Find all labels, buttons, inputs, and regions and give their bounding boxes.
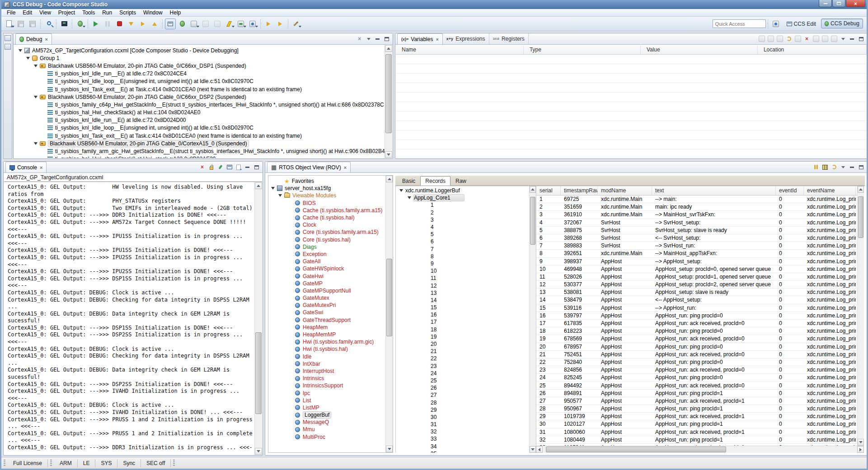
rov-instance-row[interactable]: 8 [396, 253, 529, 260]
rov-tree-row[interactable]: GateAll [268, 258, 393, 265]
minimize-icon[interactable] [848, 35, 856, 43]
rov-instance-row[interactable]: 20 [396, 340, 529, 348]
records-row[interactable]: 3361910xdc.runtime.Main--> MainHost_svrT… [536, 211, 857, 219]
scroll-up-icon[interactable] [858, 186, 864, 193]
scroll-lock-icon[interactable] [207, 163, 216, 171]
rov-instance-row[interactable]: 26 [396, 384, 529, 391]
rov-instance-row[interactable]: AppLog_Core1 [396, 194, 529, 201]
rov-tree-row[interactable]: Hwi (ti.sysbios.hal) [268, 345, 393, 353]
scroll-down-icon[interactable] [255, 448, 262, 455]
instruction-stepping-icon[interactable] [165, 19, 176, 29]
rov-tree-row[interactable]: Viewable Modules [268, 192, 393, 199]
perspective-button-ccs-debug[interactable]: CCS Debug [821, 19, 863, 28]
pin-console-icon[interactable] [216, 163, 225, 171]
scroll-down-icon[interactable] [385, 151, 392, 158]
rov-tree-row[interactable]: GateMPSupportNull [268, 287, 393, 294]
close-icon[interactable]: × [45, 37, 47, 42]
expander-icon[interactable] [34, 142, 38, 145]
rov-instance-row[interactable]: 33 [396, 435, 529, 442]
records-row[interactable]: 28950967AppHostAppHost_run: ping procId=… [536, 405, 857, 413]
remove-icon[interactable]: × [802, 35, 811, 43]
minimize-icon[interactable] [373, 35, 382, 43]
tab-basic[interactable]: Basic [397, 176, 420, 186]
records-row[interactable]: 27950577AppHostAppHost_run: ack received… [536, 397, 857, 405]
project-explorer-icon[interactable] [5, 44, 11, 50]
debug-tree-row[interactable]: ti_sysbios_knl_Task_exit__E() at Task.c:… [17, 85, 385, 93]
tab-debug[interactable]: Debug × [15, 33, 52, 44]
records-row[interactable]: 17617835AppHostAppHost_run: ack received… [536, 320, 857, 327]
scroll-down-icon[interactable] [858, 439, 864, 446]
export-icon[interactable] [830, 35, 838, 43]
rov-tree-row[interactable]: Cache (ti.sysbios.hal) [268, 214, 393, 221]
highlight-icon[interactable] [291, 19, 301, 29]
expander-icon[interactable] [34, 96, 38, 98]
rov-tree-row[interactable]: Mmu [268, 426, 393, 433]
debug-tree-row[interactable]: ti_sysbios_knl_Task_exit__E() at Task.c:… [17, 132, 385, 140]
rov-tree-row[interactable]: IntrinsicsSupport [268, 382, 393, 389]
close-icon[interactable]: × [436, 37, 438, 42]
records-column-timestampraw[interactable]: timestampRaw [561, 186, 598, 195]
close-icon[interactable]: × [344, 165, 347, 170]
rov-instance-row[interactable]: 5 [396, 231, 529, 238]
scroll-up-icon[interactable] [385, 45, 392, 52]
records-row[interactable]: 13538081AppHostAppHost_setup: slave is r… [536, 289, 857, 296]
open-console-icon[interactable] [59, 19, 70, 29]
profile-clock-icon[interactable] [212, 19, 223, 29]
records-row[interactable]: 14538479AppHost<-- AppHost_setup:0xdc.ru… [536, 296, 857, 304]
expander-icon[interactable] [278, 194, 282, 197]
records-row[interactable]: 12530377AppHostAppHost_setup: procId=2, … [536, 281, 857, 289]
records-row[interactable]: 24825245AppHostAppHost_run: ping procId=… [536, 374, 857, 382]
rov-instance-row[interactable]: 35 [396, 450, 529, 453]
column-header-value[interactable]: Value [641, 45, 758, 54]
scroll-up-icon[interactable] [530, 186, 536, 193]
rov-instance-row[interactable]: 21 [396, 348, 529, 355]
clear-console-icon[interactable]: × [198, 163, 206, 171]
search-icon[interactable] [43, 19, 54, 29]
rov-tree-row[interactable]: server_host.xa15fg [268, 185, 393, 192]
refresh-icon[interactable] [830, 163, 838, 171]
menu-item-edit[interactable]: Edit [19, 9, 36, 16]
rov-tree-row[interactable]: BIOS [268, 200, 393, 207]
records-row[interactable]: 169725xdc.runtime.Main--> main:0xdc.runt… [536, 195, 857, 203]
scroll-thumb[interactable] [386, 259, 392, 336]
debug-tree-row[interactable]: ti_sysbios_family_arm_gic_Hwi_getStackIn… [17, 147, 385, 155]
records-column-serial[interactable]: serial [536, 186, 561, 195]
rov-tree-row[interactable]: HeapMemMP [268, 331, 393, 338]
records-row[interactable]: 19678569AppHostAppHost_run: ack received… [536, 335, 857, 343]
debug-icon[interactable] [75, 19, 85, 29]
rov-instance-row[interactable]: 28 [396, 399, 529, 406]
scroll-thumb[interactable] [385, 54, 392, 133]
tab-rov[interactable]: ▦ RTOS Object View (ROV) × [267, 162, 351, 172]
minimize-icon[interactable] [243, 163, 252, 171]
resume-icon[interactable] [90, 19, 101, 29]
open-console-icon[interactable] [234, 163, 243, 171]
records-row[interactable]: 26894891AppHostAppHost_run: ping procId=… [536, 390, 857, 397]
records-row[interactable]: 21752451AppHostAppHost_run: ack received… [536, 351, 857, 358]
minimize-icon[interactable] [848, 163, 856, 171]
rov-tree-row[interactable]: LoggerBuf [268, 411, 393, 419]
records-hscrollbar[interactable] [536, 446, 864, 453]
table-view-icon[interactable] [821, 163, 829, 171]
rov-tree-row[interactable]: GateMP [268, 280, 393, 287]
records-row[interactable]: 20678957AppHostAppHost_run: ping procId=… [536, 343, 857, 351]
menu-item-help[interactable]: Help [166, 9, 185, 16]
maximize-icon[interactable] [252, 163, 261, 171]
records-row[interactable]: 25894492AppHostAppHost_run: ack received… [536, 382, 857, 390]
debug-tree-row[interactable]: Blackhawk USB560-M Emulator, 20-pin JTAG… [17, 140, 385, 147]
maximize-icon[interactable] [857, 35, 865, 43]
maximize-icon[interactable] [857, 163, 865, 171]
rov-tree-row[interactable]: IntXbar [268, 360, 393, 368]
rov-tree-row[interactable]: Hwi (ti.sysbios.family.arm.gic) [268, 338, 393, 345]
rov-instance-row[interactable]: 29 [396, 406, 529, 414]
debug-tree-row[interactable]: AM572x_GP_TargetConfiguration.ccxml [Cod… [17, 47, 385, 54]
close-icon[interactable]: × [40, 165, 42, 170]
rov-tree-row[interactable]: HeapMem [268, 324, 393, 331]
maximize-icon[interactable] [382, 35, 391, 43]
records-row[interactable]: 6389268SvrHost<-- SvrHost_setup:0xdc.run… [536, 234, 857, 242]
minimize-window-button[interactable] [819, 0, 832, 7]
rov-tree-row[interactable]: MessageQ [268, 419, 393, 426]
menu-item-scripts[interactable]: Scripts [116, 9, 140, 16]
rov-tree-row[interactable]: List [268, 397, 393, 404]
show-type-names-icon[interactable] [757, 35, 766, 43]
tab-console[interactable]: Console × [5, 162, 47, 172]
